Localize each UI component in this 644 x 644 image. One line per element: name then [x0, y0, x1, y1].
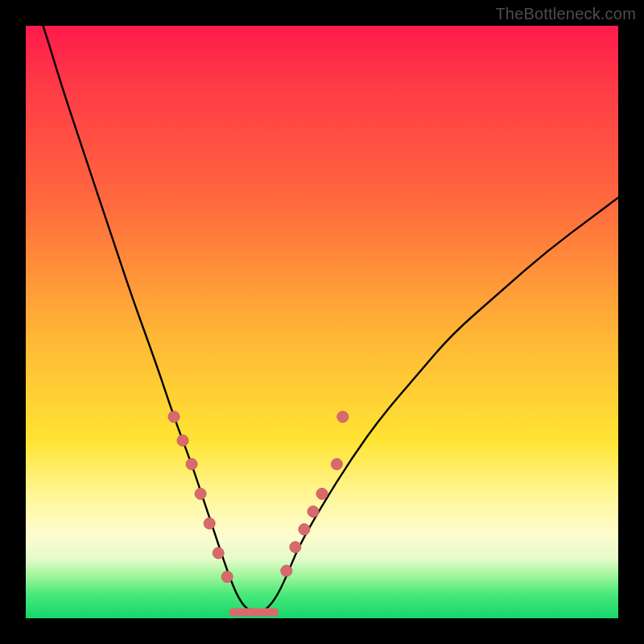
curve-marker	[308, 506, 319, 518]
curve-marker	[316, 488, 328, 499]
curve-marker	[331, 459, 342, 470]
curve-marker	[221, 572, 233, 583]
chart-frame: TheBottleneck.com	[0, 0, 644, 644]
curve-marker	[177, 435, 188, 446]
curve-layer	[26, 26, 618, 613]
curve-marker	[281, 565, 292, 576]
curve-marker	[290, 542, 301, 553]
curve-marker	[168, 411, 180, 423]
watermark-text: TheBottleneck.com	[495, 5, 636, 23]
bottleneck-curve	[26, 26, 618, 613]
curve-marker	[186, 459, 197, 470]
curve-svg	[26, 26, 618, 618]
curve-markers	[168, 411, 349, 583]
curve-marker	[213, 547, 224, 559]
curve-marker	[195, 488, 206, 499]
curve-marker	[337, 411, 349, 423]
curve-marker	[204, 518, 215, 529]
curve-marker	[299, 524, 310, 535]
plot-area	[26, 26, 618, 618]
